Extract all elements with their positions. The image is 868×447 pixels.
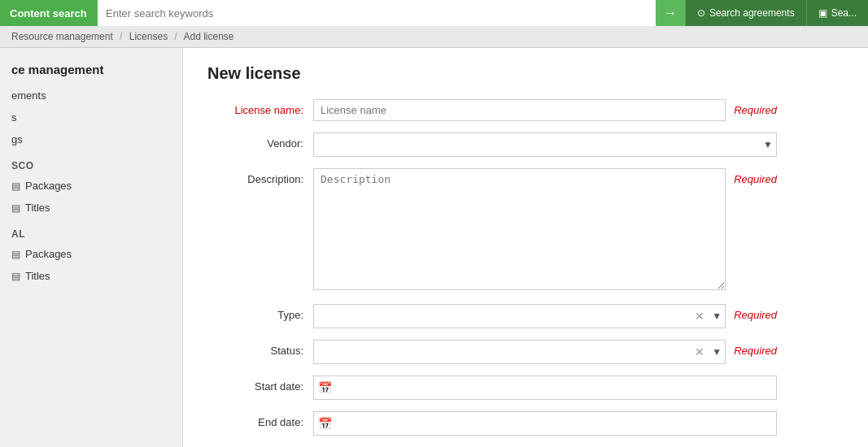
vendor-field: ▼: [313, 132, 777, 157]
status-clear-icon[interactable]: ✕: [691, 345, 708, 358]
search-label: Content search: [0, 0, 98, 26]
status-select[interactable]: [313, 340, 726, 364]
search-submit-button[interactable]: →: [656, 0, 685, 26]
start-date-wrapper: 📅: [313, 375, 777, 400]
start-date-field: 📅: [313, 375, 777, 400]
type-required: Required: [734, 304, 777, 321]
form-row-type: Type: ✕ ▼ Required: [207, 304, 777, 328]
status-select-wrapper: ✕ ▼: [313, 340, 726, 364]
type-select[interactable]: [313, 304, 726, 328]
vendor-chevron-down-icon[interactable]: ▼: [759, 139, 777, 150]
sidebar-isco-section: SCO ▤ Packages ▤ Titles: [0, 154, 182, 219]
form-row-status: Status: ✕ ▼ Required: [207, 340, 777, 364]
vendor-select-wrapper: ▼: [313, 132, 777, 157]
license-name-required: Required: [734, 99, 777, 116]
vendor-select[interactable]: [313, 132, 777, 157]
sidebar-item-agreements[interactable]: ements: [0, 85, 182, 106]
titles2-icon: ▤: [11, 271, 20, 282]
sidebar-tags-label: gs: [11, 133, 23, 145]
sidebar-agreements-label: ements: [11, 89, 46, 102]
other-search-icon: ▣: [818, 7, 827, 19]
status-required: Required: [734, 340, 777, 357]
description-label: Description:: [207, 168, 313, 185]
breadcrumb-sep-2: /: [174, 31, 177, 42]
end-date-label: End date:: [207, 411, 313, 428]
sidebar-al-header: al: [0, 222, 182, 243]
sidebar-title: ce management: [0, 56, 182, 85]
arrow-icon: →: [664, 6, 677, 20]
form-row-vendor: Vendor: ▼: [207, 132, 777, 157]
status-label: Status:: [207, 340, 313, 357]
license-name-input[interactable]: [313, 99, 726, 121]
form-row-description: Description: Required: [207, 168, 777, 293]
sidebar-item-packages2[interactable]: ▤ Packages: [0, 243, 182, 265]
type-label: Type:: [207, 304, 313, 321]
page-title: New license: [207, 64, 844, 83]
breadcrumb-add-license: Add license: [184, 31, 234, 42]
description-required: Required: [734, 168, 777, 185]
search-input[interactable]: [98, 0, 656, 26]
license-name-label: License name:: [207, 99, 313, 116]
packages1-label: Packages: [25, 180, 72, 192]
license-name-field: [313, 99, 726, 121]
agreements-icon: ⊙: [697, 7, 705, 19]
top-bar: Content search → ⊙ Search agreements ▣ S…: [0, 0, 868, 26]
start-date-label: Start date:: [207, 375, 313, 393]
top-bar-links: ⊙ Search agreements ▣ Sea...: [685, 0, 868, 26]
type-field: ✕ ▼: [313, 304, 726, 328]
titles1-label: Titles: [25, 202, 50, 214]
status-chevron-down-icon[interactable]: ▼: [708, 346, 726, 358]
end-date-wrapper: 📅: [313, 411, 777, 436]
sidebar-isco-header: SCO: [0, 154, 182, 175]
end-date-field: 📅: [313, 411, 777, 436]
type-clear-icon[interactable]: ✕: [691, 310, 708, 323]
breadcrumb-resource-management[interactable]: Resource management: [11, 31, 113, 42]
search-other-link[interactable]: ▣ Sea...: [806, 0, 868, 26]
breadcrumb: Resource management / Licenses / Add lic…: [0, 26, 868, 48]
search-label-text: Content search: [10, 7, 87, 20]
sidebar-item-tags[interactable]: gs: [0, 128, 182, 150]
type-select-wrapper: ✕ ▼: [313, 304, 726, 328]
packages1-icon: ▤: [11, 180, 20, 192]
titles1-icon: ▤: [11, 202, 20, 214]
search-agreements-label: Search agreements: [709, 7, 795, 19]
main-content: New license License name: Required Vendo…: [183, 48, 868, 447]
search-agreements-link[interactable]: ⊙ Search agreements: [685, 0, 806, 26]
description-textarea[interactable]: [313, 168, 726, 290]
sidebar-licenses-label: s: [11, 111, 17, 124]
form-row-start-date: Start date: 📅: [207, 375, 777, 400]
form-row-end-date: End date: 📅: [207, 411, 777, 436]
layout: ce management ements s gs SCO ▤ Packages…: [0, 48, 868, 447]
sidebar: ce management ements s gs SCO ▤ Packages…: [0, 48, 183, 447]
start-date-input[interactable]: [313, 375, 777, 400]
titles2-label: Titles: [25, 270, 50, 282]
breadcrumb-licenses[interactable]: Licenses: [129, 31, 168, 42]
status-field: ✕ ▼: [313, 340, 726, 364]
breadcrumb-sep-1: /: [120, 31, 122, 42]
packages2-icon: ▤: [11, 249, 20, 260]
vendor-label: Vendor:: [207, 132, 313, 150]
packages2-label: Packages: [25, 248, 72, 260]
sidebar-item-licenses[interactable]: s: [0, 106, 182, 128]
sidebar-item-titles1[interactable]: ▤ Titles: [0, 197, 182, 219]
sidebar-top-section: ements s gs: [0, 85, 182, 150]
description-field: [313, 168, 726, 293]
end-date-input[interactable]: [313, 411, 777, 436]
sidebar-item-titles2[interactable]: ▤ Titles: [0, 265, 182, 287]
search-other-label: Sea...: [831, 7, 857, 19]
license-form: License name: Required Vendor: ▼: [207, 99, 777, 436]
form-row-license-name: License name: Required: [207, 99, 777, 121]
type-chevron-down-icon[interactable]: ▼: [708, 310, 726, 322]
sidebar-al-section: al ▤ Packages ▤ Titles: [0, 222, 182, 287]
sidebar-item-packages1[interactable]: ▤ Packages: [0, 175, 182, 197]
